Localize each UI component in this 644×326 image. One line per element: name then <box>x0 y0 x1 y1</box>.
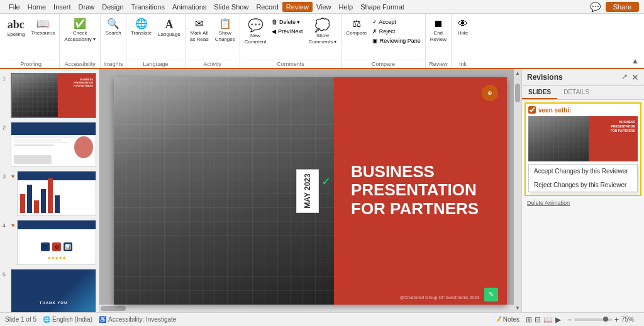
reject-button[interactable]: ✗ Reject <box>370 27 423 36</box>
menu-design[interactable]: Design <box>98 2 127 12</box>
ribbon-group-review: ⏹ EndReview Review <box>426 14 452 68</box>
revisions-panel: Revisions ↗ ✕ SLIDES DETAILS veen sethi: <box>521 69 644 312</box>
previous-comment-button[interactable]: ◀ Prev/Next <box>270 27 304 36</box>
vertical-scrollbar[interactable]: ▲ ▼ <box>514 69 521 312</box>
slide-canvas: MAY 2023 ✓ BUSINESS PRESENTATION FOR PAR… <box>114 77 507 305</box>
slide-num-5: 5 <box>3 269 9 278</box>
slide-star-3: ★ <box>11 171 15 179</box>
ribbon-group-language: 🌐 Translate A Language Language <box>126 14 186 68</box>
horizontal-scrollbar[interactable] <box>99 305 514 312</box>
ribbon-collapse-button[interactable]: ▲ <box>629 54 641 68</box>
compare-label: Compare <box>344 60 422 68</box>
slide-thumb-1[interactable]: 1 BUSINESSPRESENTATIONFOR PARTNERS <box>3 73 96 118</box>
slide-logo: ⊕ <box>482 85 498 101</box>
status-bar: Slide 1 of 5 🌐 English (India) ♿ Accessi… <box>0 312 644 326</box>
show-comments-button[interactable]: 💭 ShowComments ▾ <box>306 16 338 46</box>
notes-button[interactable]: 📝 Notes <box>494 316 519 323</box>
tab-slides[interactable]: SLIDES <box>522 86 557 99</box>
slide-footer-icon: ✎ <box>484 288 498 302</box>
reviewer-checkbox[interactable] <box>528 106 536 114</box>
language-button[interactable]: A Language <box>156 16 182 38</box>
reject-changes-item[interactable]: Reject Changes by this Reviewer <box>529 178 637 192</box>
comments-label: Comments <box>243 60 339 68</box>
accept-button[interactable]: ✓ Accept <box>370 18 423 26</box>
revisions-tabs: SLIDES DETAILS <box>522 86 644 100</box>
menu-slideshow[interactable]: Slide Show <box>210 2 252 12</box>
tab-details[interactable]: DETAILS <box>557 86 596 99</box>
accessibility-status[interactable]: ♿ Accessibility: Investigate <box>99 316 176 323</box>
zoom-control: − + 75% <box>567 315 639 324</box>
zoom-slider[interactable] <box>574 318 612 321</box>
normal-view-button[interactable]: ⊞ <box>526 315 532 324</box>
compare-button[interactable]: ⚖ Compare <box>344 16 369 37</box>
slide-star-4: ★ <box>11 220 15 228</box>
ribbon-group-insights: 🔍 Search Insights <box>101 14 126 68</box>
reviewing-pane-button[interactable]: ▣ Reviewing Pane <box>370 36 423 45</box>
show-changes-button[interactable]: 📋 ShowChanges <box>213 16 237 43</box>
language-status[interactable]: 🌐 English (India) <box>43 316 92 323</box>
menu-help[interactable]: Help <box>335 2 357 12</box>
accept-changes-item[interactable]: Accept Changes by this Reviewer <box>529 165 637 178</box>
slide-thumb-3[interactable]: 3 ★ <box>3 171 96 216</box>
check-accessibility-button[interactable]: ✅ CheckAccessibility ▾ <box>62 16 97 43</box>
share-button[interactable]: Share <box>606 2 639 12</box>
reading-view-button[interactable]: 📖 <box>543 315 553 324</box>
slide-sorter-button[interactable]: ⊟ <box>535 315 541 324</box>
mark-all-button[interactable]: ✉ Mark Allas Read <box>188 16 211 43</box>
slide-num-4: 4 <box>3 220 9 229</box>
slideshow-button[interactable]: ▶ <box>555 315 561 324</box>
new-comment-button[interactable]: 💬 NewComment <box>243 16 269 46</box>
menu-view[interactable]: View <box>313 2 335 12</box>
reviewer-item: veen sethi: BUSINESSPRESENTATIONFOR PART… <box>525 102 641 196</box>
translate-button[interactable]: 🌐 Translate <box>129 16 153 37</box>
menu-insert[interactable]: Insert <box>50 2 75 12</box>
zoom-out-button[interactable]: − <box>567 315 572 324</box>
thesaurus-button[interactable]: 📖 Thesaurus <box>29 16 57 37</box>
menu-review[interactable]: Review <box>282 2 313 12</box>
comments-icon[interactable]: 💬 <box>590 2 601 12</box>
ribbon-group-comments: 💬 NewComment 🗑 Delete ▾ ◀ Prev/Next 💭 Sh… <box>240 14 342 68</box>
next-comment-button[interactable] <box>270 36 304 39</box>
slide-num-2: 2 <box>3 122 9 131</box>
slide-thumb-2[interactable]: 2 <box>3 122 96 167</box>
reviewer-slide-thumb: BUSINESSPRESENTATIONFOR PARTNERS <box>528 116 638 161</box>
view-buttons: ⊞ ⊟ 📖 ▶ <box>526 315 561 324</box>
zoom-level[interactable]: 75% <box>621 316 639 323</box>
reviewer-checkbox-row: veen sethi: <box>528 106 638 114</box>
slide-thumb-5[interactable]: 5 THANK YOU <box>3 269 96 312</box>
revisions-title: Revisions <box>527 73 563 82</box>
zoom-in-button[interactable]: + <box>614 315 619 324</box>
search-button[interactable]: 🔍 Search <box>103 16 123 37</box>
menu-shape-format[interactable]: Shape Format <box>357 2 408 12</box>
proofing-label: Proofing <box>5 60 57 68</box>
menu-transitions[interactable]: Transitions <box>128 2 169 12</box>
menu-file[interactable]: File <box>5 2 24 12</box>
menu-animations[interactable]: Animations <box>169 2 210 12</box>
notes-icon: 📝 <box>494 316 501 323</box>
ribbon-group-accessibility: ✅ CheckAccessibility ▾ Accessibility <box>60 14 101 68</box>
accessibility-icon: ♿ <box>99 316 106 323</box>
activity-label: Activity <box>188 60 237 68</box>
delete-comment-button[interactable]: 🗑 Delete ▾ <box>270 18 304 26</box>
end-review-button[interactable]: ⏹ EndReview <box>428 16 448 43</box>
revisions-close-button[interactable]: ✕ <box>631 72 639 82</box>
slide-num-1: 1 <box>3 73 9 82</box>
delete-animation-link[interactable]: Delete Animation <box>525 198 641 207</box>
spelling-button[interactable]: abc Spelling <box>5 16 26 38</box>
context-menu: Accept Changes by this Reviewer Reject C… <box>528 164 638 192</box>
menu-draw[interactable]: Draw <box>75 2 99 12</box>
language-icon: 🌐 <box>43 316 50 323</box>
menu-record[interactable]: Record <box>252 2 282 12</box>
ink-label: Ink <box>454 60 472 68</box>
scroll-thumb-area <box>515 77 520 304</box>
slide-footer-text: @Chartered Group Of Investments 2023 <box>400 295 479 300</box>
menu-home[interactable]: Home <box>24 2 50 12</box>
slide-thumb-4[interactable]: 4 ★ 🛡 ⚙ 📊 ★★★★★ <box>3 220 96 265</box>
revisions-collapse-icon[interactable]: ↗ <box>621 72 628 82</box>
ribbon-group-compare: ⚖ Compare ✓ Accept ✗ Reject ▣ Reviewing … <box>341 14 425 68</box>
hide-button[interactable]: 👁 Hide <box>454 16 472 37</box>
scroll-down-arrow[interactable]: ▼ <box>515 305 520 311</box>
scroll-up-arrow[interactable]: ▲ <box>515 70 520 76</box>
language-label: Language <box>129 60 182 68</box>
insights-label: Insights <box>103 60 123 68</box>
